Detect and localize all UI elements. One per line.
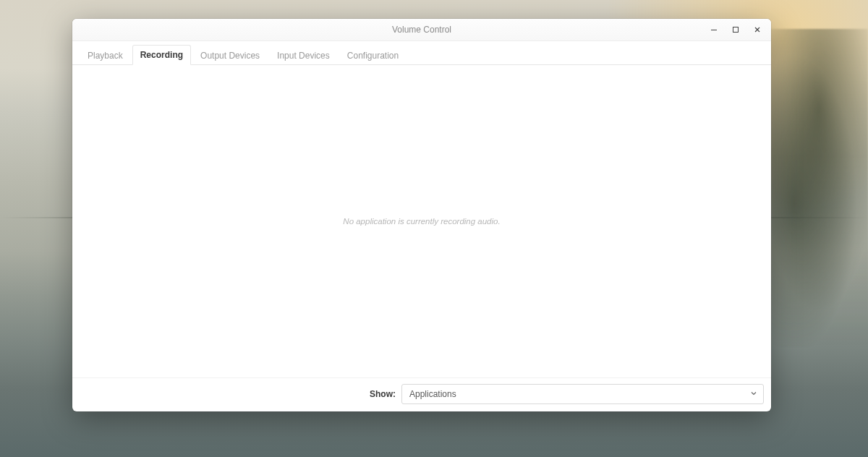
tab-configuration[interactable]: Configuration [339,46,407,65]
svg-rect-0 [733,27,739,33]
tab-bar: Playback Recording Output Devices Input … [72,41,771,65]
footer-bar: Show: Applications [72,377,771,411]
show-label: Show: [370,389,396,399]
tab-playback[interactable]: Playback [80,46,131,65]
desktop-wallpaper: Volume Control [0,0,868,457]
tab-input-devices[interactable]: Input Devices [269,46,338,65]
window-title: Volume Control [392,25,451,35]
show-dropdown-value: Applications [409,389,456,399]
window-controls [703,19,768,40]
tab-output-devices[interactable]: Output Devices [192,46,268,65]
window-titlebar[interactable]: Volume Control [72,19,771,41]
maximize-icon [732,26,739,33]
show-dropdown[interactable]: Applications [401,384,764,404]
window-minimize-button[interactable] [703,19,725,40]
minimize-icon [710,26,718,33]
empty-state-message: No application is currently recording au… [343,217,500,226]
window-maximize-button[interactable] [725,19,746,40]
tab-recording[interactable]: Recording [132,45,191,65]
window-close-button[interactable] [746,19,768,40]
close-icon [754,26,761,33]
chevron-down-icon [750,389,757,399]
tab-panel-recording: No application is currently recording au… [72,65,771,377]
volume-control-window: Volume Control [72,19,771,411]
